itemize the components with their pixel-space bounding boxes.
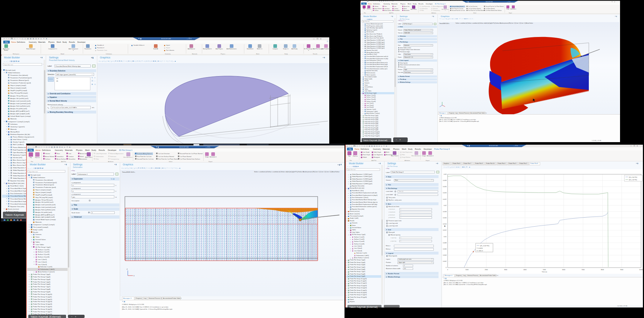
svg-text:5000: 5000 xyxy=(543,269,546,270)
svg-text:7000: 7000 xyxy=(582,269,584,270)
svg-text:2000: 2000 xyxy=(485,269,488,270)
svg-text:▶: ▶ xyxy=(444,225,446,227)
svg-text:X: 1331.3: X: 1331.3 xyxy=(477,250,483,252)
svg-text:0.004: 0.004 xyxy=(443,254,447,256)
svg-text:6000: 6000 xyxy=(562,269,565,270)
svg-text:4000: 4000 xyxy=(523,269,526,270)
svg-text:Time (s): Time (s) xyxy=(542,271,547,273)
svg-text:1000: 1000 xyxy=(465,269,468,270)
svg-text:0.016: 0.016 xyxy=(443,217,447,219)
svg-text:10000: 10000 xyxy=(639,269,643,270)
svg-text:0.01: 0.01 xyxy=(444,236,447,238)
svg-text:0.022: 0.022 xyxy=(443,198,447,200)
svg-text:Y: 0.0051: Y: 0.0051 xyxy=(477,247,483,249)
svg-text:Qth_ir (m^3/s): Qth_ir (m^3/s) xyxy=(629,179,637,181)
svg-text:8000: 8000 xyxy=(601,269,604,270)
svg-text:Qth_sl (m^3/s): Qth_sl (m^3/s) xyxy=(629,177,637,178)
svg-text:0.018: 0.018 xyxy=(443,211,447,212)
svg-text:9000: 9000 xyxy=(620,269,623,270)
svg-text:0.02: 0.02 xyxy=(444,205,447,206)
svg-text:0.024: 0.024 xyxy=(443,192,447,194)
svg-text:0.026: 0.026 xyxy=(443,186,447,187)
svg-text:0.002: 0.002 xyxy=(443,260,447,262)
svg-text:0.03: 0.03 xyxy=(444,173,447,175)
svg-text:0.012: 0.012 xyxy=(443,229,447,231)
svg-text:0: 0 xyxy=(447,269,448,270)
svg-text:0: 0 xyxy=(446,267,447,268)
svg-text:0.006: 0.006 xyxy=(443,248,447,250)
svg-text:0.008: 0.008 xyxy=(443,242,447,244)
svg-text:3000: 3000 xyxy=(504,269,507,270)
svg-text:Qth_sl (m^3/s): Qth_sl (m^3/s) xyxy=(480,245,490,247)
svg-text:0.028: 0.028 xyxy=(443,179,447,181)
